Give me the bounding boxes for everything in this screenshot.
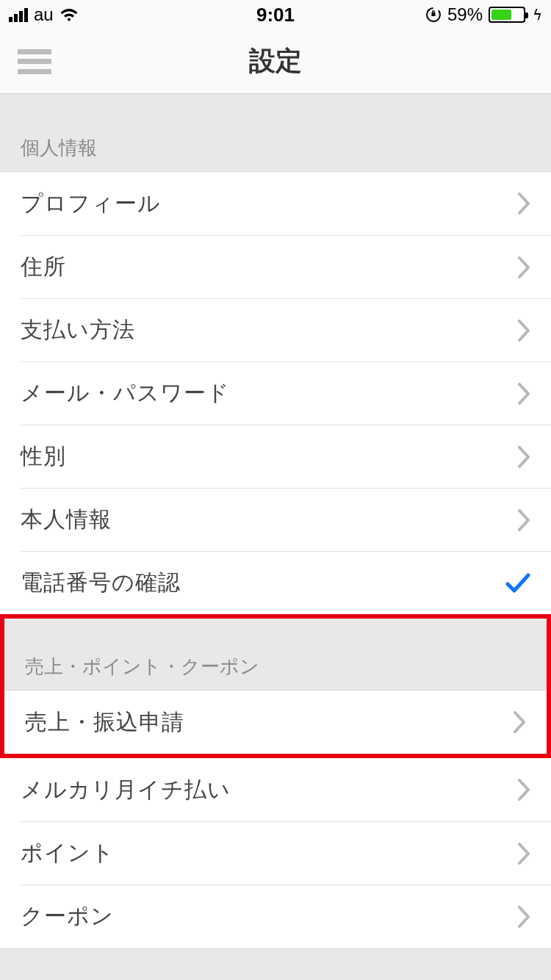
wifi-icon: [60, 7, 79, 22]
page-title: 設定: [249, 43, 302, 79]
row-identity-info[interactable]: 本人情報: [21, 488, 551, 551]
row-label: 性別: [21, 442, 66, 472]
list-sales: 売上・振込申請: [4, 691, 547, 754]
nav-bar: 設定: [0, 29, 551, 94]
row-label: 本人情報: [21, 505, 112, 535]
row-points[interactable]: ポイント: [21, 821, 551, 884]
row-label: 住所: [21, 252, 66, 282]
row-label: 売上・振込申請: [25, 707, 184, 738]
highlight-box: 売上・ポイント・クーポン 売上・振込申請: [0, 614, 551, 758]
status-left: au: [9, 4, 79, 25]
chevron-right-icon: [513, 711, 526, 733]
chevron-right-icon: [517, 446, 530, 468]
row-label: プロフィール: [21, 189, 161, 219]
row-coupon[interactable]: クーポン: [21, 884, 551, 948]
row-label: クーポン: [21, 901, 114, 932]
row-profile[interactable]: プロフィール: [21, 172, 551, 235]
status-right: 59% ϟ: [425, 4, 542, 25]
chevron-right-icon: [517, 383, 530, 405]
chevron-right-icon: [517, 192, 530, 215]
row-label: メルカリ月イチ払い: [21, 775, 231, 805]
row-monthly-pay[interactable]: メルカリ月イチ払い: [21, 758, 551, 821]
check-icon: [505, 573, 530, 594]
list-personal: プロフィール 住所 支払い方法 メール・パスワード 性別 本人情報 電話番号の確…: [0, 172, 551, 614]
chevron-right-icon: [517, 779, 530, 801]
row-label: メール・パスワード: [21, 378, 230, 408]
row-email-password[interactable]: メール・パスワード: [21, 361, 551, 425]
signal-icon: [9, 7, 28, 22]
row-address[interactable]: 住所: [21, 235, 551, 298]
chevron-right-icon: [517, 320, 530, 342]
charging-icon: ϟ: [533, 6, 542, 24]
row-gender[interactable]: 性別: [21, 425, 551, 488]
row-sales-transfer[interactable]: 売上・振込申請: [25, 691, 547, 754]
list-sales-cont: メルカリ月イチ払い ポイント クーポン: [0, 758, 551, 948]
battery-fill: [491, 10, 511, 20]
section-header-sales: 売上・ポイント・クーポン: [4, 619, 547, 691]
chevron-right-icon: [517, 256, 530, 278]
section-header-personal: 個人情報: [0, 94, 551, 172]
row-label: 支払い方法: [21, 315, 135, 345]
chevron-right-icon: [517, 906, 530, 928]
carrier-label: au: [34, 4, 54, 25]
battery-icon: [489, 7, 525, 23]
row-payment-method[interactable]: 支払い方法: [21, 298, 551, 361]
row-label: 電話番号の確認: [21, 568, 181, 598]
chevron-right-icon: [517, 843, 530, 865]
row-label: ポイント: [21, 838, 115, 868]
battery-pct-label: 59%: [447, 4, 483, 25]
menu-icon[interactable]: [18, 49, 51, 74]
rotation-lock-icon: [425, 7, 442, 23]
status-bar: au 9:01 59% ϟ: [0, 0, 551, 29]
chevron-right-icon: [517, 509, 530, 531]
row-phone-verify[interactable]: 電話番号の確認: [21, 551, 551, 614]
